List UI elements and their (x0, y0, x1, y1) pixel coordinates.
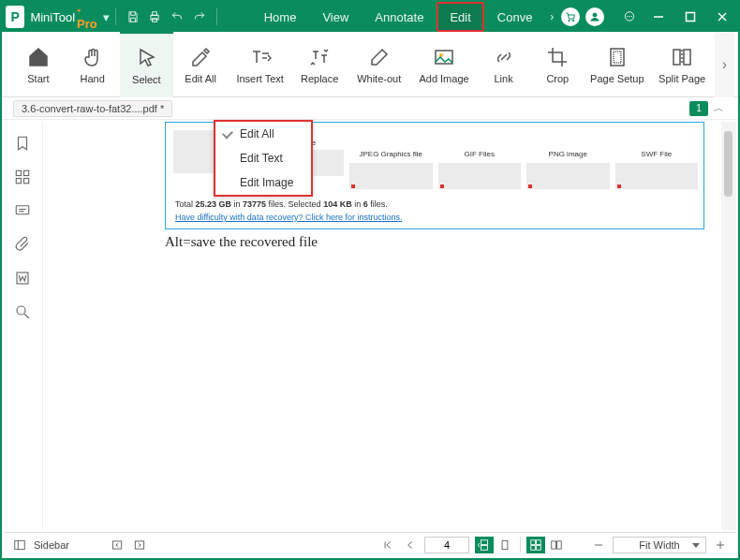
ribbon-select[interactable]: Select (120, 32, 174, 97)
hand-icon (81, 45, 105, 69)
svg-point-5 (593, 13, 597, 17)
tab-view[interactable]: View (309, 2, 362, 32)
view-two-icon[interactable] (547, 537, 566, 553)
prev-page-jump-icon[interactable] (109, 537, 126, 553)
word-export-icon[interactable] (14, 270, 33, 288)
ribbon-insert-text[interactable]: Insert Text (228, 32, 292, 97)
link-icon (492, 45, 516, 69)
svg-rect-24 (23, 179, 28, 184)
window-minimize-icon[interactable] (643, 2, 674, 32)
ribbon-page-setup[interactable]: Page Setup (585, 32, 649, 97)
ribbon-link[interactable]: Link (477, 32, 531, 97)
vertical-scrollbar[interactable] (721, 122, 736, 530)
first-page-icon[interactable] (379, 537, 396, 553)
page-number-input[interactable] (424, 537, 469, 553)
svg-rect-1 (153, 12, 157, 16)
sidebar-toggle-icon[interactable] (11, 537, 28, 553)
svg-point-8 (629, 16, 630, 17)
ribbon-split-page[interactable]: Split Page (650, 32, 715, 97)
tab-annotate[interactable]: Annotate (362, 2, 437, 32)
svg-rect-37 (481, 545, 488, 550)
window-close-icon[interactable] (706, 2, 738, 32)
ribbon-toolbar: Start Hand Select Edit All Insert Text R… (2, 32, 738, 97)
view-mode-group (475, 537, 566, 553)
svg-rect-18 (673, 50, 680, 65)
dropdown-edit-image[interactable]: Edit Image (215, 170, 311, 195)
tab-edit[interactable]: Edit (437, 2, 483, 32)
cart-icon[interactable] (561, 7, 580, 26)
zoom-out-icon[interactable] (590, 537, 607, 553)
view-continuous-icon[interactable] (475, 537, 494, 553)
ribbon-add-image[interactable]: Add Image (411, 32, 476, 97)
svg-rect-11 (687, 13, 695, 22)
svg-point-4 (572, 20, 574, 22)
view-two-continuous-icon[interactable] (526, 537, 545, 553)
zoom-select[interactable]: Fit Width (613, 537, 706, 553)
ribbon-overflow-icon[interactable]: › (715, 32, 734, 97)
dropdown-edit-all[interactable]: Edit All (215, 122, 311, 146)
dropdown-edit-text[interactable]: Edit Text (215, 146, 311, 170)
svg-rect-39 (531, 539, 536, 544)
search-icon[interactable] (14, 303, 33, 322)
svg-rect-31 (15, 540, 25, 549)
document-tab-bar: 3.6-convert-raw-to-fat32....pdf * 1 ︿ (2, 97, 738, 120)
window-maximize-icon[interactable] (674, 2, 706, 32)
pdf-page: le JPEG Graphics file GIF Files PNG imag… (52, 122, 712, 524)
save-icon[interactable] (122, 2, 144, 32)
svg-rect-25 (16, 206, 29, 214)
document-canvas[interactable]: le JPEG Graphics file GIF Files PNG imag… (43, 122, 721, 530)
tab-home[interactable]: Home (251, 2, 310, 32)
prev-page-icon[interactable] (402, 537, 419, 553)
bookmark-icon[interactable] (14, 135, 33, 154)
tabs-overflow-right-icon[interactable]: › (545, 10, 558, 23)
thumb-label: PNG image (549, 150, 587, 161)
svg-rect-23 (16, 179, 21, 184)
app-name-pro: -Pro (77, 3, 97, 31)
eraser-icon (367, 45, 392, 69)
zoom-in-icon[interactable] (712, 537, 729, 553)
attachment-icon[interactable] (14, 236, 33, 255)
svg-line-30 (24, 314, 29, 318)
redo-icon[interactable] (188, 2, 211, 32)
ribbon-crop[interactable]: Crop (530, 32, 585, 97)
thumbnails-icon[interactable] (14, 169, 33, 187)
chat-icon[interactable] (616, 2, 643, 32)
print-icon[interactable] (143, 2, 166, 32)
page-setup-icon (605, 45, 629, 69)
app-dropdown-icon[interactable]: ▾ (103, 10, 110, 24)
svg-rect-33 (112, 540, 121, 548)
tab-convert[interactable]: Conve (484, 2, 546, 32)
app-logo: P (6, 6, 24, 28)
svg-rect-22 (23, 170, 28, 175)
thumb-label: JPEG Graphics file (359, 150, 422, 161)
view-single-icon[interactable] (496, 537, 514, 553)
svg-point-3 (569, 20, 570, 22)
ribbon-start[interactable]: Start (11, 32, 66, 97)
split-icon (670, 45, 694, 69)
insert-text-icon (248, 45, 273, 69)
svg-rect-38 (502, 540, 508, 549)
ribbon-whiteout[interactable]: White-out (347, 32, 411, 97)
left-sidebar (4, 122, 43, 530)
user-icon[interactable] (585, 7, 604, 26)
next-page-jump-icon[interactable] (131, 537, 148, 553)
cursor-icon (134, 46, 158, 70)
svg-rect-34 (135, 540, 143, 548)
status-bar: Sidebar Fit Width (4, 532, 736, 556)
app-name-main: MiniTool (30, 10, 75, 24)
ribbon-hand[interactable]: Hand (66, 32, 120, 97)
comments-icon[interactable] (14, 202, 33, 221)
ribbon-replace[interactable]: Replace (292, 32, 347, 97)
help-link[interactable]: Have difficulty with data recovery? Clic… (175, 213, 402, 222)
thumb-label: GIF Files (465, 150, 495, 161)
collapse-ribbon-icon[interactable]: ︿ (714, 101, 729, 115)
ribbon-edit-all[interactable]: Edit All (173, 32, 228, 97)
document-tab[interactable]: 3.6-convert-raw-to-fat32....pdf * (13, 100, 172, 117)
edit-icon (188, 45, 213, 69)
totals-text: Total 25.23 GB in 73775 files. Selected … (175, 199, 388, 209)
undo-icon[interactable] (166, 2, 188, 32)
svg-rect-17 (614, 52, 621, 63)
edit-dropdown-menu: Edit All Edit Text Edit Image (214, 120, 313, 197)
app-name: MiniTool-Pro ▾ (30, 3, 109, 31)
replace-icon (307, 45, 332, 69)
